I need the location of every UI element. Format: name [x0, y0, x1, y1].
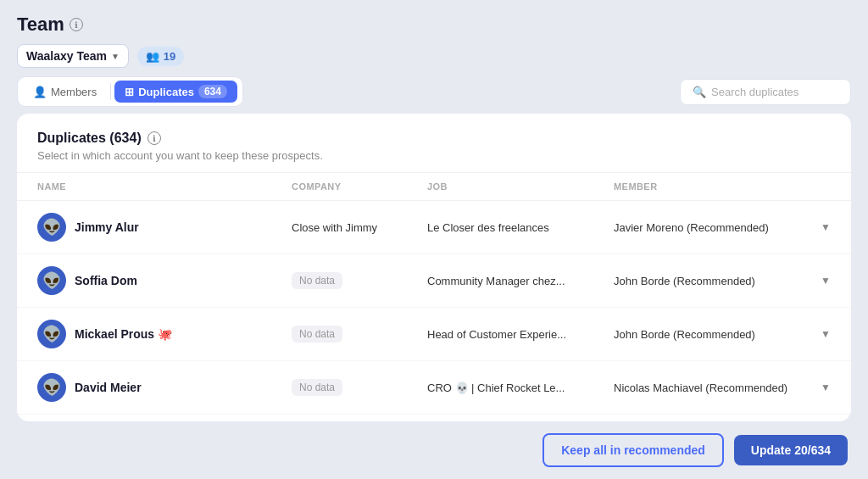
prospect-cell: 👽 Jimmy Alur [37, 213, 292, 242]
prospect-name: Jimmy Alur [75, 220, 139, 234]
card-title-row: Duplicates (634) ℹ [37, 131, 831, 146]
member-name: John Borde (Recommended) [614, 275, 755, 287]
member-name: Javier Moreno (Recommended) [614, 221, 769, 234]
member-icon: 👥 [146, 50, 159, 63]
company-cell: No data [292, 326, 427, 343]
members-icon: 👤 [33, 86, 47, 98]
member-dropdown-chevron-icon[interactable]: ▼ [821, 382, 831, 393]
prospect-cell: 👽 Soffia Dom [37, 266, 292, 295]
job-cell: Community Manager chez... [427, 275, 614, 287]
member-cell[interactable]: Nicolas Machiavel (Recommended) ▼ [614, 382, 831, 394]
col-header-job: JOB [427, 181, 614, 192]
tab-members[interactable]: 👤 Members [23, 81, 107, 103]
update-button[interactable]: Update 20/634 [734, 435, 848, 465]
job-cell: CRO 💀 | Chief Rocket Le... [427, 382, 614, 394]
footer: Keep all in recommended Update 20/634 [0, 421, 868, 479]
card-title: Duplicates (634) [37, 131, 142, 146]
job-cell: Le Closer des freelances [427, 221, 614, 234]
duplicates-count-badge: 634 [198, 85, 227, 98]
tabs-bar: 👤 Members ⊞ Duplicates 634 🔍 [0, 76, 868, 107]
page-title: Team [17, 14, 64, 36]
col-header-company: COMPANY [292, 181, 427, 192]
member-dropdown-chevron-icon[interactable]: ▼ [821, 328, 831, 340]
avatar: 👽 [37, 373, 66, 402]
toolbar-row: Waalaxy Team ▼ 👥 19 [17, 44, 851, 68]
card-info-icon[interactable]: ℹ [147, 131, 161, 145]
team-name-label: Waalaxy Team [26, 49, 107, 63]
member-dropdown-chevron-icon[interactable]: ▼ [821, 221, 831, 233]
team-selector-chevron-icon: ▼ [111, 52, 120, 61]
table-header: NAME COMPANY JOB MEMBER [17, 173, 851, 201]
members-tab-label: Members [51, 86, 97, 98]
info-icon[interactable]: ℹ [70, 18, 83, 31]
table-body: 👽 Jimmy Alur Close with Jimmy Le Closer … [17, 201, 851, 421]
member-name: Nicolas Machiavel (Recommended) [614, 382, 787, 394]
company-cell: No data [292, 272, 427, 289]
search-box: 🔍 [680, 79, 851, 105]
duplicates-tab-label: Duplicates [138, 86, 194, 98]
avatar: 👽 [37, 320, 66, 348]
search-icon: 🔍 [693, 86, 706, 98]
team-selector-button[interactable]: Waalaxy Team ▼ [17, 44, 129, 68]
company-name: Close with Jimmy [292, 221, 377, 234]
member-count: 19 [164, 50, 175, 63]
tab-duplicates[interactable]: ⊞ Duplicates 634 [114, 81, 237, 103]
member-dropdown-chevron-icon[interactable]: ▼ [821, 275, 831, 287]
prospect-cell: 👽 David Meier [37, 373, 292, 402]
member-cell[interactable]: John Borde (Recommended) ▼ [614, 328, 831, 341]
search-input[interactable] [711, 86, 838, 98]
prospect-name: David Meier [75, 381, 142, 394]
table-row: 👽 Jimmy Alur Close with Jimmy Le Closer … [17, 201, 851, 254]
col-header-member: MEMBER [614, 181, 831, 192]
col-header-name: NAME [37, 181, 292, 192]
no-data-badge: No data [292, 379, 342, 396]
prospect-name: Mickael Prous 🐙 [75, 327, 172, 341]
no-data-badge: No data [292, 326, 342, 343]
member-cell[interactable]: Javier Moreno (Recommended) ▼ [614, 221, 831, 234]
page-header: Team ℹ Waalaxy Team ▼ 👥 19 [0, 0, 868, 76]
member-count-badge: 👥 19 [137, 47, 184, 66]
table-row: 👽 Mickael Prous 🐙 No data Head of Custom… [17, 308, 851, 361]
table-row: 👽 David Meier No data CRO 💀 | Chief Rock… [17, 361, 851, 415]
tab-divider [110, 83, 111, 100]
avatar: 👽 [37, 266, 66, 295]
card-header: Duplicates (634) ℹ Select in which accou… [17, 114, 851, 173]
tabs-container: 👤 Members ⊞ Duplicates 634 [17, 76, 243, 107]
keep-all-button[interactable]: Keep all in recommended [542, 433, 724, 467]
table-row: 👽 Soffia Dom No data Community Manager c… [17, 254, 851, 308]
main-content: Duplicates (634) ℹ Select in which accou… [0, 114, 868, 421]
member-name: John Borde (Recommended) [614, 328, 755, 341]
no-data-badge: No data [292, 272, 342, 289]
duplicates-icon: ⊞ [125, 86, 134, 98]
card-subtitle: Select in which account you want to keep… [37, 149, 831, 162]
prospect-name: Soffia Dom [75, 274, 137, 287]
member-cell[interactable]: John Borde (Recommended) ▼ [614, 275, 831, 287]
company-cell: No data [292, 379, 427, 396]
prospect-cell: 👽 Mickael Prous 🐙 [37, 320, 292, 348]
content-card: Duplicates (634) ℹ Select in which accou… [17, 114, 851, 421]
avatar: 👽 [37, 213, 66, 242]
job-cell: Head of Customer Experie... [427, 328, 614, 341]
page-title-row: Team ℹ [17, 14, 851, 36]
company-cell: Close with Jimmy [292, 220, 427, 235]
